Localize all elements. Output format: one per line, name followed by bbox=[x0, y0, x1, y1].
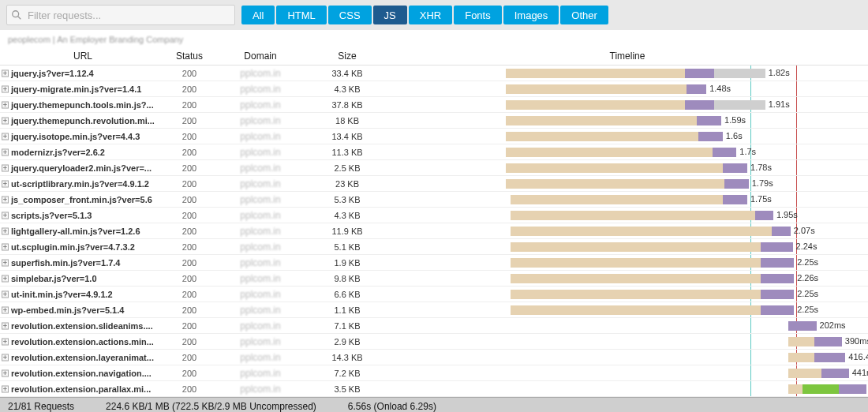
cell-url: +lightgallery-all.min.js?ver=1.2.6 bbox=[0, 223, 166, 239]
expand-icon[interactable]: + bbox=[2, 385, 9, 392]
table-row[interactable]: +lightgallery-all.min.js?ver=1.2.6200ppl… bbox=[0, 223, 868, 239]
timeline-bar-wait bbox=[511, 290, 761, 299]
table-row[interactable]: +superfish.min.js?ver=1.7.4200pplcom.in1… bbox=[0, 255, 868, 271]
table-row[interactable]: +js_composer_front.min.js?ver=5.6200pplc… bbox=[0, 192, 868, 208]
timing-label: 2.24s bbox=[796, 242, 817, 251]
cell-url: +scripts.js?ver=5.1.3 bbox=[0, 208, 166, 223]
col-header-size[interactable]: Size bbox=[308, 47, 387, 65]
table-row[interactable]: +ut.scplugin.min.js?ver=4.7.3.2200pplcom… bbox=[0, 239, 868, 255]
filter-input[interactable] bbox=[6, 5, 235, 25]
table-row[interactable]: +revolution.extension.slideanims....200p… bbox=[0, 318, 868, 334]
expand-icon[interactable]: + bbox=[2, 164, 9, 171]
timing-label: 202ms bbox=[820, 320, 846, 330]
table-row[interactable]: +jquery.js?ver=1.12.4200pplcom.in33.4 KB… bbox=[0, 66, 868, 81]
table-row[interactable]: +ut-init.min.js?ver=4.9.1.2200pplcom.in6… bbox=[0, 287, 868, 302]
cell-size: 3.5 KB bbox=[308, 381, 387, 397]
table-row[interactable]: +revolution.extension.navigation....200p… bbox=[0, 365, 868, 381]
timing-label: 1.78s bbox=[750, 163, 772, 172]
cell-size: 14.3 KB bbox=[308, 350, 387, 365]
expand-icon[interactable]: + bbox=[2, 196, 9, 203]
cell-timeline: 2.24s bbox=[387, 239, 868, 254]
expand-icon[interactable]: + bbox=[2, 117, 9, 124]
timing-label: 416.4ms bbox=[848, 352, 868, 361]
filter-tabs: AllHTMLCSSJSXHRFontsImagesOther bbox=[241, 6, 608, 24]
expand-icon[interactable]: + bbox=[2, 148, 9, 155]
timeline-bar-wait bbox=[506, 132, 698, 141]
cell-domain: pplcom.in bbox=[213, 112, 308, 129]
filter-tab-css[interactable]: CSS bbox=[328, 6, 372, 24]
table-row[interactable]: +jquery-migrate.min.js?ver=1.4.1200pplco… bbox=[0, 81, 868, 97]
cell-status: 200 bbox=[166, 176, 213, 192]
col-header-url[interactable]: URL bbox=[0, 47, 166, 65]
cell-domain: pplcom.in bbox=[213, 191, 308, 208]
table-row[interactable]: +ut-scriptlibrary.min.js?ver=4.9.1.2200p… bbox=[0, 176, 868, 192]
table-row[interactable]: +jquery.isotope.min.js?ver=4.4.3200pplco… bbox=[0, 129, 868, 144]
col-header-timeline[interactable]: Timeline bbox=[387, 47, 868, 65]
table-row[interactable]: +jquery.themepunch.tools.min.js?...200pp… bbox=[0, 97, 868, 113]
timeline-bar-wait bbox=[788, 337, 814, 346]
expand-icon[interactable]: + bbox=[2, 290, 9, 298]
col-header-status[interactable]: Status bbox=[166, 47, 213, 65]
timeline-bar-wait bbox=[506, 116, 697, 125]
timeline-bar-wait bbox=[511, 195, 724, 204]
expand-icon[interactable]: + bbox=[2, 85, 9, 92]
table-row[interactable]: +revolution.extension.actions.min...200p… bbox=[0, 334, 868, 350]
expand-icon[interactable]: + bbox=[2, 101, 9, 108]
table-row[interactable]: +revolution.extension.parallax.mi...200p… bbox=[0, 381, 868, 397]
timeline-bar-recv bbox=[685, 69, 714, 78]
timeline-bar-wait bbox=[788, 384, 803, 394]
col-header-domain[interactable]: Domain bbox=[213, 47, 308, 65]
timeline-bar-wait bbox=[506, 84, 687, 94]
table-row[interactable]: +revolution.extension.layeranimat...200p… bbox=[0, 350, 868, 365]
expand-icon[interactable]: + bbox=[2, 338, 9, 345]
expand-icon[interactable]: + bbox=[2, 369, 9, 376]
cell-url: +revolution.extension.layeranimat... bbox=[0, 350, 166, 365]
table-row[interactable]: +jquery.queryloader2.min.js?ver=...200pp… bbox=[0, 160, 868, 176]
cell-timeline: 2.25s bbox=[387, 302, 868, 317]
cell-domain: pplcom.in bbox=[213, 144, 308, 161]
expand-icon[interactable]: + bbox=[2, 180, 9, 187]
timing-label: 1.75s bbox=[750, 194, 772, 204]
filter-tab-html[interactable]: HTML bbox=[276, 6, 326, 24]
expand-icon[interactable]: + bbox=[2, 243, 9, 250]
timing-label: 1.82s bbox=[769, 68, 790, 77]
table-row[interactable]: +wp-embed.min.js?ver=5.1.4200pplcom.in1.… bbox=[0, 302, 868, 318]
cell-status: 200 bbox=[166, 350, 213, 365]
cell-timeline: 1.82s bbox=[387, 66, 868, 81]
cell-domain: pplcom.in bbox=[213, 270, 308, 287]
expand-icon[interactable]: + bbox=[2, 227, 9, 234]
filter-tab-js[interactable]: JS bbox=[373, 6, 407, 24]
cell-status: 200 bbox=[166, 318, 213, 334]
timing-label: 1.79s bbox=[752, 178, 773, 188]
expand-icon[interactable]: + bbox=[2, 133, 9, 140]
filter-tab-other[interactable]: Other bbox=[560, 6, 608, 24]
timeline-bar-recv bbox=[765, 290, 794, 299]
table-row[interactable]: +simplebar.js?ver=1.0200pplcom.in9.8 KB2… bbox=[0, 271, 868, 287]
filter-tab-images[interactable]: Images bbox=[503, 6, 559, 24]
timeline-bar-wait bbox=[506, 69, 685, 78]
cell-size: 2.5 KB bbox=[308, 160, 387, 176]
expand-icon[interactable]: + bbox=[2, 322, 9, 329]
timeline-bar-recv bbox=[765, 274, 794, 283]
filter-tab-fonts[interactable]: Fonts bbox=[454, 6, 502, 24]
timing-label: 1.91s bbox=[769, 99, 790, 109]
timing-label: 1.48s bbox=[709, 84, 731, 93]
cell-status: 200 bbox=[166, 223, 213, 239]
timeline-bar-wait bbox=[506, 179, 724, 189]
cell-status: 200 bbox=[166, 160, 213, 176]
table-row[interactable]: +scripts.js?ver=5.1.3200pplcom.in4.3 KB1… bbox=[0, 208, 868, 223]
expand-icon[interactable]: + bbox=[2, 354, 9, 361]
table-row[interactable]: +jquery.themepunch.revolution.mi...200pp… bbox=[0, 113, 868, 129]
cell-url: +ut-scriptlibrary.min.js?ver=4.9.1.2 bbox=[0, 176, 166, 192]
expand-icon[interactable]: + bbox=[2, 212, 9, 219]
cell-status: 200 bbox=[166, 381, 213, 397]
timeline-bar-recv bbox=[765, 242, 792, 252]
table-row[interactable]: +modernizr.js?ver=2.6.2200pplcom.in11.3 … bbox=[0, 144, 868, 160]
filter-tab-xhr[interactable]: XHR bbox=[409, 6, 452, 24]
expand-icon[interactable]: + bbox=[2, 275, 9, 282]
cell-domain: pplcom.in bbox=[213, 333, 308, 350]
expand-icon[interactable]: + bbox=[2, 69, 9, 77]
filter-tab-all[interactable]: All bbox=[241, 6, 275, 24]
expand-icon[interactable]: + bbox=[2, 306, 9, 313]
expand-icon[interactable]: + bbox=[2, 259, 9, 266]
